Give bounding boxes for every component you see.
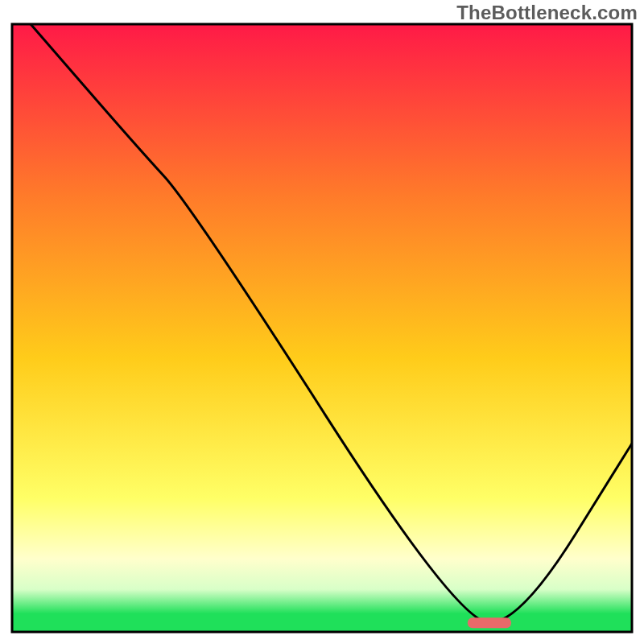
watermark-text: TheBottleneck.com — [456, 2, 638, 24]
chart-stage: TheBottleneck.com — [0, 0, 644, 644]
bottleneck-chart — [0, 0, 644, 644]
optimal-marker — [468, 617, 511, 628]
gradient-background — [12, 24, 632, 632]
